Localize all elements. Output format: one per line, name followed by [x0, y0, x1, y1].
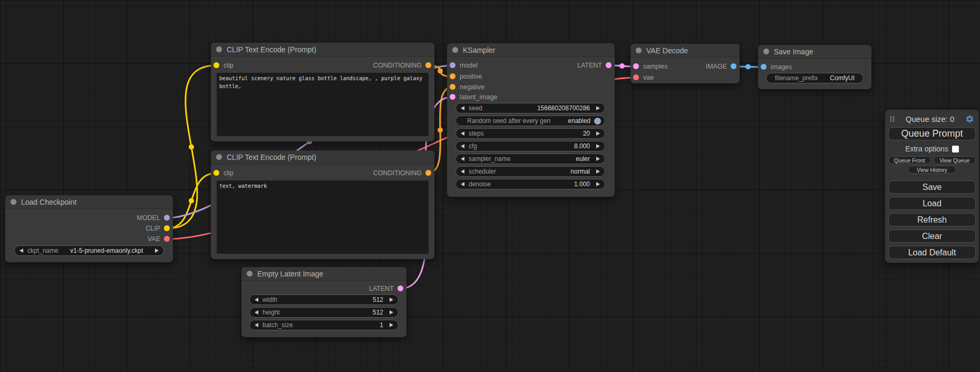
input-dot-model[interactable] [450, 62, 455, 68]
node-load-checkpoint[interactable]: Load Checkpoint MODEL CLIP VAE ckpt_name… [5, 195, 173, 262]
collapse-dot-icon[interactable] [247, 271, 253, 276]
node-clip-text-encode-negative[interactable]: CLIP Text Encode (Prompt) clip CONDITION… [211, 150, 434, 259]
comfyui-canvas[interactable]: { "colors": { "MODEL": "#B39DDB", "CLIP"… [0, 0, 980, 372]
prompt-textarea[interactable]: text, watermark [217, 180, 429, 254]
queue-prompt-button[interactable]: Queue Prompt [888, 127, 976, 140]
extra-options-label: Extra options [905, 145, 948, 153]
drag-handle-icon[interactable] [890, 116, 895, 122]
input-port-samples: samples [630, 61, 691, 72]
decrement-arrow-icon[interactable] [461, 169, 464, 174]
save-button[interactable]: Save [888, 180, 976, 194]
output-port-vae: VAE [5, 234, 173, 244]
increment-arrow-icon[interactable] [596, 144, 600, 148]
clear-button[interactable]: Clear [888, 230, 976, 243]
cfg-widget[interactable]: cfg 8.000 [455, 141, 605, 151]
extra-options-checkbox[interactable] [952, 146, 959, 152]
decrement-arrow-icon[interactable] [255, 298, 258, 302]
link-midpoint-dot [619, 63, 625, 69]
decrement-arrow-icon[interactable] [461, 182, 464, 186]
increment-arrow-icon[interactable] [390, 298, 393, 302]
denoise-widget[interactable]: denoise 1.000 [455, 179, 605, 189]
input-port-latent-image: latent_image [447, 92, 548, 102]
output-dot-image[interactable] [731, 63, 736, 69]
node-title-bar[interactable]: CLIP Text Encode (Prompt) [211, 150, 434, 164]
scheduler-widget[interactable]: scheduler normal [455, 166, 605, 177]
load-default-button[interactable]: Load Default [888, 246, 976, 259]
input-dot-latent-image[interactable] [450, 94, 455, 100]
output-dot-model[interactable] [164, 215, 170, 221]
output-port-clip: CLIP [5, 223, 173, 234]
increment-arrow-icon[interactable] [390, 323, 393, 327]
input-dot-clip[interactable] [214, 62, 219, 68]
node-title-bar[interactable]: CLIP Text Encode (Prompt) [211, 43, 434, 56]
height-widget[interactable]: height 512 [249, 307, 399, 318]
decrement-arrow-icon[interactable] [255, 323, 258, 327]
view-queue-button[interactable]: View Queue [934, 156, 976, 164]
decrement-arrow-icon[interactable] [461, 131, 464, 136]
node-ksampler[interactable]: KSampler model LATENT positive negative … [447, 43, 615, 197]
node-empty-latent-image[interactable]: Empty Latent Image LATENT width 512 heig… [241, 267, 406, 337]
batch-size-widget[interactable]: batch_size 1 [249, 320, 399, 330]
increment-arrow-icon[interactable] [390, 310, 393, 314]
queue-panel[interactable]: Queue size: 0 Queue Prompt Extra options… [885, 110, 979, 263]
prompt-textarea[interactable]: beautiful scenery nature glass bottle la… [217, 73, 429, 136]
output-dot-conditioning[interactable] [425, 62, 431, 68]
node-title-bar[interactable]: Empty Latent Image [241, 267, 406, 281]
increment-arrow-icon[interactable] [596, 106, 600, 110]
steps-widget[interactable]: steps 20 [455, 128, 605, 139]
node-title-bar[interactable]: Save Image [758, 45, 871, 59]
input-dot-vae[interactable] [633, 74, 639, 80]
seed-widget[interactable]: seed 156680208700286 [455, 103, 605, 113]
input-dot-images[interactable] [761, 64, 766, 70]
increment-arrow-icon[interactable] [596, 169, 600, 174]
output-port-conditioning: CONDITIONING [312, 60, 434, 71]
node-vae-decode[interactable]: VAE Decode samples IMAGE vae [630, 44, 740, 83]
output-dot-clip[interactable] [164, 225, 170, 231]
output-dot-conditioning[interactable] [425, 170, 431, 176]
wire-clip-to-positive-clip [167, 65, 216, 228]
decrement-arrow-icon[interactable] [461, 106, 464, 110]
input-dot-samples[interactable] [633, 63, 639, 69]
node-clip-text-encode-positive[interactable]: CLIP Text Encode (Prompt) clip CONDITION… [211, 43, 434, 141]
collapse-dot-icon[interactable] [11, 199, 16, 205]
settings-gear-icon[interactable] [965, 115, 974, 123]
node-title: KSampler [463, 46, 495, 54]
node-save-image[interactable]: Save Image images filename_prefix ComfyU… [758, 45, 871, 89]
collapse-dot-icon[interactable] [636, 47, 642, 53]
sampler-name-widget[interactable]: sampler_name euler [455, 154, 605, 164]
queue-front-button[interactable]: Queue Front [888, 156, 931, 164]
collapse-dot-icon[interactable] [763, 49, 769, 54]
collapse-dot-icon[interactable] [216, 154, 222, 160]
node-title-bar[interactable]: KSampler [447, 43, 615, 57]
input-dot-positive[interactable] [450, 73, 455, 79]
input-port-vae: vae [630, 72, 691, 83]
output-dot-latent[interactable] [397, 285, 403, 291]
ckpt-name-widget[interactable]: ckpt_name v1-5-pruned-emaonly.ckpt [14, 245, 164, 256]
increment-arrow-icon[interactable] [596, 182, 600, 186]
toggle-knob-icon[interactable] [594, 118, 601, 125]
collapse-dot-icon[interactable] [216, 46, 222, 52]
input-dot-clip[interactable] [214, 170, 219, 176]
random-seed-toggle-widget[interactable]: Random seed after every gen enabled [455, 116, 605, 126]
input-dot-negative[interactable] [450, 84, 455, 90]
refresh-button[interactable]: Refresh [888, 213, 976, 226]
output-dot-latent[interactable] [606, 62, 612, 68]
output-port-model: MODEL [5, 213, 173, 223]
output-dot-vae[interactable] [164, 236, 170, 242]
width-widget[interactable]: width 512 [249, 294, 399, 305]
filename-prefix-widget[interactable]: filename_prefix ComfyUI [766, 73, 863, 83]
decrement-arrow-icon[interactable] [461, 157, 464, 161]
link-midpoint-dot [189, 198, 194, 204]
decrement-arrow-icon[interactable] [20, 249, 23, 253]
increment-arrow-icon[interactable] [155, 249, 159, 253]
increment-arrow-icon[interactable] [596, 157, 600, 161]
node-title-bar[interactable]: Load Checkpoint [5, 195, 173, 209]
view-history-button[interactable]: View History [908, 166, 956, 174]
load-button[interactable]: Load [888, 197, 976, 210]
node-title: CLIP Text Encode (Prompt) [227, 45, 316, 54]
decrement-arrow-icon[interactable] [461, 144, 464, 148]
node-title-bar[interactable]: VAE Decode [630, 44, 740, 58]
collapse-dot-icon[interactable] [452, 47, 458, 53]
decrement-arrow-icon[interactable] [255, 310, 258, 314]
increment-arrow-icon[interactable] [596, 131, 600, 136]
